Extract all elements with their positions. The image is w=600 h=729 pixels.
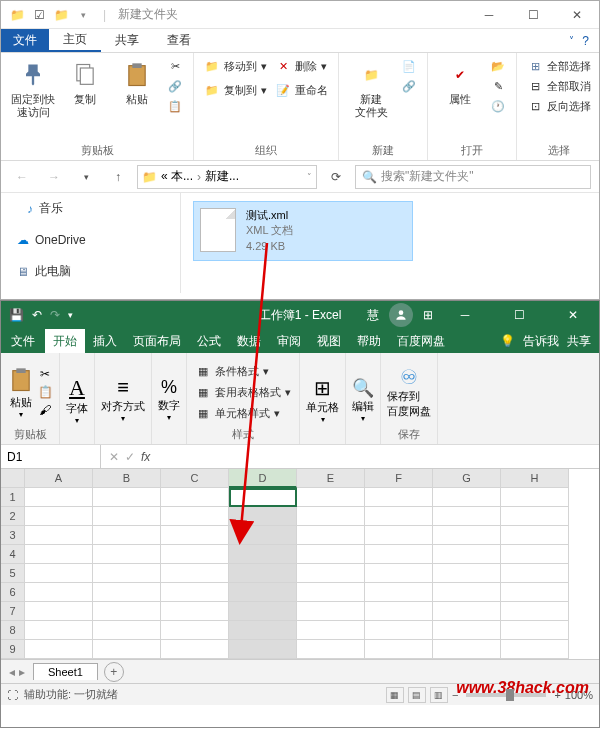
cell-H3[interactable] (501, 526, 569, 545)
cell-H2[interactable] (501, 507, 569, 526)
cell-G7[interactable] (433, 602, 501, 621)
row-header-8[interactable]: 8 (1, 621, 25, 640)
qat-dropdown-icon[interactable]: ▾ (75, 7, 91, 23)
cell-A8[interactable] (25, 621, 93, 640)
excel-minimize[interactable]: ─ (443, 301, 487, 329)
cell-C6[interactable] (161, 583, 229, 602)
row-header-2[interactable]: 2 (1, 507, 25, 526)
tab-home[interactable]: 主页 (49, 29, 101, 52)
cell-B1[interactable] (93, 488, 161, 507)
baidusave-button[interactable]: ♾保存到 百度网盘 (387, 365, 431, 419)
cell-B8[interactable] (93, 621, 161, 640)
nav-music[interactable]: ♪音乐 (9, 197, 172, 220)
back-button[interactable]: ← (9, 164, 35, 190)
user-avatar[interactable] (389, 303, 413, 327)
rename-button[interactable]: 📝重命名 (273, 81, 330, 99)
cell-A5[interactable] (25, 564, 93, 583)
cell-G6[interactable] (433, 583, 501, 602)
share-button[interactable]: 共享 (567, 333, 591, 350)
cell-B4[interactable] (93, 545, 161, 564)
recent-dropdown[interactable]: ▾ (73, 164, 99, 190)
cell-E7[interactable] (297, 602, 365, 621)
maximize-button[interactable]: ☐ (511, 1, 555, 29)
spreadsheet-grid[interactable]: ABCDEFGH123456789 (1, 469, 599, 659)
nav-thispc[interactable]: 🖥此电脑 (9, 260, 172, 283)
etab-baidu[interactable]: 百度网盘 (389, 329, 453, 353)
open-button[interactable]: 📂 (488, 57, 508, 75)
search-box[interactable]: 🔍 搜索"新建文件夹" (355, 165, 591, 189)
shortcut-button[interactable]: 📋 (165, 97, 185, 115)
cell-H6[interactable] (501, 583, 569, 602)
cell-D1[interactable] (229, 488, 297, 507)
copyto-button[interactable]: 📁复制到 ▾ (202, 81, 269, 99)
cell-E6[interactable] (297, 583, 365, 602)
cell-B3[interactable] (93, 526, 161, 545)
address-input[interactable]: 📁 « 本... › 新建... ˅ (137, 165, 317, 189)
cell-G2[interactable] (433, 507, 501, 526)
etab-view[interactable]: 视图 (309, 329, 349, 353)
col-header-F[interactable]: F (365, 469, 433, 488)
etab-insert[interactable]: 插入 (85, 329, 125, 353)
cell-A1[interactable] (25, 488, 93, 507)
select-all-corner[interactable] (1, 469, 25, 488)
cell-C4[interactable] (161, 545, 229, 564)
up-button[interactable]: ↑ (105, 164, 131, 190)
etab-formulas[interactable]: 公式 (189, 329, 229, 353)
col-header-G[interactable]: G (433, 469, 501, 488)
row-header-6[interactable]: 6 (1, 583, 25, 602)
cell-G5[interactable] (433, 564, 501, 583)
col-header-C[interactable]: C (161, 469, 229, 488)
tableformat-button[interactable]: ▦套用表格格式 ▾ (193, 383, 293, 401)
cell-H7[interactable] (501, 602, 569, 621)
col-header-B[interactable]: B (93, 469, 161, 488)
cell-F4[interactable] (365, 545, 433, 564)
view-layout[interactable]: ▤ (408, 687, 426, 703)
paste-button[interactable]: 粘贴 ▾ (7, 365, 35, 419)
brush-icon[interactable]: 🖌 (37, 402, 53, 418)
cell-F8[interactable] (365, 621, 433, 640)
excel-close[interactable]: ✕ (551, 301, 595, 329)
cell-C3[interactable] (161, 526, 229, 545)
cell-C9[interactable] (161, 640, 229, 659)
moveto-button[interactable]: 📁移动到 ▾ (202, 57, 269, 75)
cell-D6[interactable] (229, 583, 297, 602)
qat-new-icon[interactable]: 📁 (53, 7, 69, 23)
cell-H8[interactable] (501, 621, 569, 640)
minimize-button[interactable]: ─ (467, 1, 511, 29)
align-group[interactable]: ≡对齐方式▾ (101, 376, 145, 423)
cell-C7[interactable] (161, 602, 229, 621)
file-xml[interactable]: 测试.xml XML 文档 4.29 KB (193, 201, 413, 261)
cell-E9[interactable] (297, 640, 365, 659)
edit-button[interactable]: ✎ (488, 77, 508, 95)
view-normal[interactable]: ▦ (386, 687, 404, 703)
tab-view[interactable]: 查看 (153, 29, 205, 52)
number-group[interactable]: %数字▾ (158, 377, 180, 422)
refresh-button[interactable]: ⟳ (323, 164, 349, 190)
zoom-slider[interactable] (466, 693, 546, 697)
invertsel-button[interactable]: ⊡反向选择 (525, 97, 593, 115)
undo-icon[interactable]: ↶ (32, 308, 42, 322)
cancel-icon[interactable]: ✕ (109, 450, 119, 464)
qat-properties-icon[interactable]: ☑ (31, 7, 47, 23)
forward-button[interactable]: → (41, 164, 67, 190)
etab-layout[interactable]: 页面布局 (125, 329, 189, 353)
etab-file[interactable]: 文件 (1, 329, 45, 353)
chevron-down-icon[interactable]: ˅ (569, 35, 574, 46)
cell-E2[interactable] (297, 507, 365, 526)
cellstyle-button[interactable]: ▦单元格样式 ▾ (193, 404, 293, 422)
sheet-next-icon[interactable]: ▸ (19, 665, 25, 679)
cells-group[interactable]: ⊞单元格▾ (306, 376, 339, 424)
cell-F7[interactable] (365, 602, 433, 621)
etab-data[interactable]: 数据 (229, 329, 269, 353)
condformat-button[interactable]: ▦条件格式 ▾ (193, 362, 293, 380)
qat-more-icon[interactable]: ▾ (68, 310, 73, 320)
col-header-A[interactable]: A (25, 469, 93, 488)
cell-C8[interactable] (161, 621, 229, 640)
paste-button[interactable]: 粘贴 (113, 57, 161, 108)
cell-H9[interactable] (501, 640, 569, 659)
cell-B6[interactable] (93, 583, 161, 602)
cut-button[interactable]: ✂ (165, 57, 185, 75)
cell-C1[interactable] (161, 488, 229, 507)
cell-C5[interactable] (161, 564, 229, 583)
cell-C2[interactable] (161, 507, 229, 526)
